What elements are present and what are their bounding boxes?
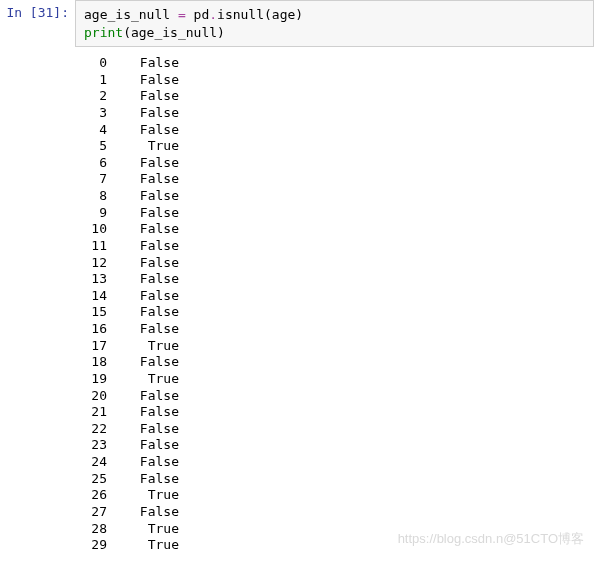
row-index: 2: [83, 88, 107, 105]
row-value: False: [107, 238, 179, 255]
row-index: 7: [83, 171, 107, 188]
output-row: 15False: [83, 304, 586, 321]
row-index: 8: [83, 188, 107, 205]
row-index: 28: [83, 521, 107, 538]
output-row: 6False: [83, 155, 586, 172]
row-index: 26: [83, 487, 107, 504]
stdout-output: 0False1False2False3False4False5True6Fals…: [75, 47, 594, 558]
code-input[interactable]: age_is_null = pd.isnull(age) print(age_i…: [75, 0, 594, 47]
row-index: 14: [83, 288, 107, 305]
row-value: False: [107, 388, 179, 405]
output-row: 25False: [83, 471, 586, 488]
row-index: 20: [83, 388, 107, 405]
row-index: 9: [83, 205, 107, 222]
row-value: False: [107, 454, 179, 471]
output-row: 23False: [83, 437, 586, 454]
row-value: True: [107, 487, 179, 504]
code-token: ): [217, 25, 225, 40]
row-index: 29: [83, 537, 107, 554]
row-index: 13: [83, 271, 107, 288]
output-row: 18False: [83, 354, 586, 371]
row-value: False: [107, 72, 179, 89]
output-row: 7False: [83, 171, 586, 188]
output-row: 5True: [83, 138, 586, 155]
row-value: False: [107, 471, 179, 488]
row-index: 1: [83, 72, 107, 89]
code-token: pd: [194, 7, 210, 22]
output-row: 26True: [83, 487, 586, 504]
row-index: 25: [83, 471, 107, 488]
row-value: True: [107, 138, 179, 155]
code-token: print: [84, 25, 123, 40]
output-row: 4False: [83, 122, 586, 139]
row-value: False: [107, 255, 179, 272]
row-value: True: [107, 371, 179, 388]
code-token: =: [170, 7, 193, 22]
row-value: False: [107, 105, 179, 122]
row-index: 10: [83, 221, 107, 238]
output-row: 22False: [83, 421, 586, 438]
output-row: 13False: [83, 271, 586, 288]
input-prompt: In [31]:: [0, 0, 75, 47]
output-row: 0False: [83, 55, 586, 72]
code-token: (: [264, 7, 272, 22]
row-index: 4: [83, 122, 107, 139]
prompt-number: [31]:: [30, 5, 69, 20]
row-value: False: [107, 221, 179, 238]
output-row: 28True: [83, 521, 586, 538]
row-index: 6: [83, 155, 107, 172]
output-row: 20False: [83, 388, 586, 405]
row-index: 22: [83, 421, 107, 438]
row-value: False: [107, 288, 179, 305]
row-index: 17: [83, 338, 107, 355]
row-value: False: [107, 321, 179, 338]
row-index: 27: [83, 504, 107, 521]
row-index: 11: [83, 238, 107, 255]
output-row: 29True: [83, 537, 586, 554]
row-value: False: [107, 205, 179, 222]
row-index: 16: [83, 321, 107, 338]
row-index: 5: [83, 138, 107, 155]
row-value: False: [107, 421, 179, 438]
output-row: 24False: [83, 454, 586, 471]
output-row: 14False: [83, 288, 586, 305]
output-row: 2False: [83, 88, 586, 105]
row-value: False: [107, 155, 179, 172]
code-token: age_is_null: [131, 25, 217, 40]
output-cell: 0False1False2False3False4False5True6Fals…: [0, 47, 594, 558]
row-value: False: [107, 404, 179, 421]
row-value: True: [107, 537, 179, 554]
row-value: False: [107, 88, 179, 105]
code-token: isnull: [217, 7, 264, 22]
output-row: 8False: [83, 188, 586, 205]
row-value: False: [107, 122, 179, 139]
output-row: 19True: [83, 371, 586, 388]
output-prompt-spacer: [0, 47, 75, 558]
row-index: 21: [83, 404, 107, 421]
code-token: ): [295, 7, 303, 22]
output-row: 16False: [83, 321, 586, 338]
row-value: False: [107, 188, 179, 205]
row-value: False: [107, 354, 179, 371]
output-row: 27False: [83, 504, 586, 521]
output-row: 9False: [83, 205, 586, 222]
output-row: 3False: [83, 105, 586, 122]
row-value: False: [107, 304, 179, 321]
code-token: (: [123, 25, 131, 40]
row-index: 3: [83, 105, 107, 122]
code-token: age: [272, 7, 295, 22]
row-value: False: [107, 437, 179, 454]
row-value: True: [107, 338, 179, 355]
row-index: 12: [83, 255, 107, 272]
row-index: 24: [83, 454, 107, 471]
output-row: 21False: [83, 404, 586, 421]
row-value: False: [107, 55, 179, 72]
output-row: 1False: [83, 72, 586, 89]
output-row: 11False: [83, 238, 586, 255]
input-cell: In [31]: age_is_null = pd.isnull(age) pr…: [0, 0, 594, 47]
row-index: 23: [83, 437, 107, 454]
row-index: 18: [83, 354, 107, 371]
code-token: age_is_null: [84, 7, 170, 22]
code-token: .: [209, 7, 217, 22]
output-row: 12False: [83, 255, 586, 272]
